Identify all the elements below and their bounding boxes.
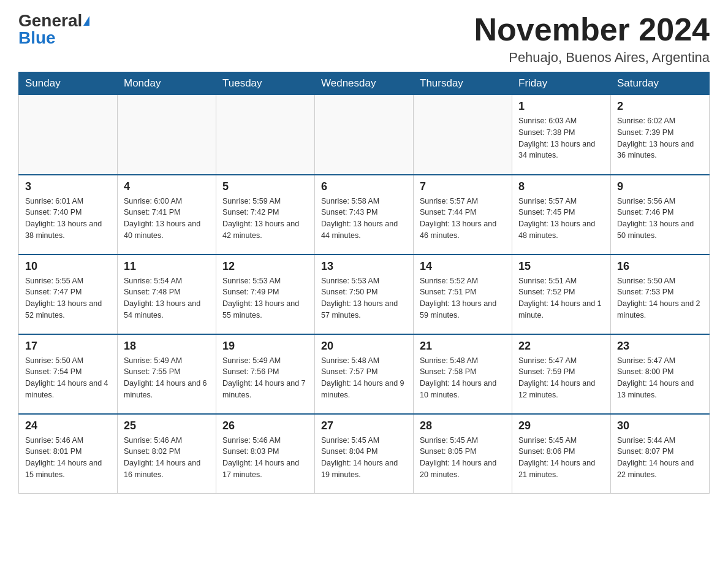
table-row: 23Sunrise: 5:47 AMSunset: 8:00 PMDayligh… [611, 334, 710, 414]
day-info: Sunrise: 5:47 AMSunset: 8:00 PMDaylight:… [617, 355, 703, 401]
day-info: Sunrise: 5:45 AMSunset: 8:06 PMDaylight:… [518, 435, 604, 481]
day-number: 5 [222, 180, 308, 193]
day-number: 23 [617, 340, 703, 353]
day-number: 29 [518, 419, 604, 432]
day-info: Sunrise: 5:52 AMSunset: 7:51 PMDaylight:… [420, 275, 506, 321]
table-row: 21Sunrise: 5:48 AMSunset: 7:58 PMDayligh… [414, 334, 512, 414]
table-row: 13Sunrise: 5:53 AMSunset: 7:50 PMDayligh… [315, 255, 414, 334]
day-number: 17 [25, 340, 111, 353]
table-row: 12Sunrise: 5:53 AMSunset: 7:49 PMDayligh… [216, 255, 315, 334]
day-number: 27 [321, 419, 407, 432]
day-number: 12 [222, 260, 308, 273]
day-info: Sunrise: 5:50 AMSunset: 7:53 PMDaylight:… [617, 275, 703, 321]
calendar-header-row: Sunday Monday Tuesday Wednesday Thursday… [19, 72, 710, 95]
table-row: 28Sunrise: 5:45 AMSunset: 8:05 PMDayligh… [414, 414, 512, 494]
day-number: 8 [518, 180, 604, 193]
day-number: 26 [222, 419, 308, 432]
day-number: 10 [25, 260, 111, 273]
table-row: 7Sunrise: 5:57 AMSunset: 7:44 PMDaylight… [414, 175, 512, 255]
day-info: Sunrise: 5:59 AMSunset: 7:42 PMDaylight:… [222, 196, 308, 242]
day-info: Sunrise: 5:50 AMSunset: 7:54 PMDaylight:… [25, 355, 111, 401]
table-row: 9Sunrise: 5:56 AMSunset: 7:46 PMDaylight… [611, 175, 710, 255]
day-number: 11 [124, 260, 210, 273]
table-row: 20Sunrise: 5:48 AMSunset: 7:57 PMDayligh… [315, 334, 414, 414]
calendar-week-row: 17Sunrise: 5:50 AMSunset: 7:54 PMDayligh… [19, 334, 710, 414]
calendar-week-row: 3Sunrise: 6:01 AMSunset: 7:40 PMDaylight… [19, 175, 710, 255]
col-tuesday: Tuesday [216, 72, 315, 95]
calendar-week-row: 24Sunrise: 5:46 AMSunset: 8:01 PMDayligh… [19, 414, 710, 494]
day-info: Sunrise: 5:57 AMSunset: 7:45 PMDaylight:… [518, 196, 604, 242]
day-info: Sunrise: 5:44 AMSunset: 8:07 PMDaylight:… [617, 435, 703, 481]
calendar-table: Sunday Monday Tuesday Wednesday Thursday… [18, 72, 710, 494]
table-row: 5Sunrise: 5:59 AMSunset: 7:42 PMDaylight… [216, 175, 315, 255]
logo-blue-text: Blue [18, 29, 56, 47]
table-row: 26Sunrise: 5:46 AMSunset: 8:03 PMDayligh… [216, 414, 315, 494]
day-number: 25 [124, 419, 210, 432]
col-monday: Monday [118, 72, 216, 95]
day-info: Sunrise: 5:47 AMSunset: 7:59 PMDaylight:… [518, 355, 604, 401]
table-row: 14Sunrise: 5:52 AMSunset: 7:51 PMDayligh… [414, 255, 512, 334]
col-thursday: Thursday [414, 72, 512, 95]
table-row: 15Sunrise: 5:51 AMSunset: 7:52 PMDayligh… [512, 255, 611, 334]
day-number: 4 [124, 180, 210, 193]
col-saturday: Saturday [611, 72, 710, 95]
logo: General Blue [18, 12, 89, 47]
day-info: Sunrise: 5:49 AMSunset: 7:55 PMDaylight:… [124, 355, 210, 401]
table-row: 10Sunrise: 5:55 AMSunset: 7:47 PMDayligh… [19, 255, 118, 334]
day-info: Sunrise: 5:55 AMSunset: 7:47 PMDaylight:… [25, 275, 111, 321]
day-number: 16 [617, 260, 703, 273]
col-sunday: Sunday [19, 72, 118, 95]
table-row: 11Sunrise: 5:54 AMSunset: 7:48 PMDayligh… [118, 255, 216, 334]
logo-triangle-icon [83, 16, 89, 26]
table-row: 3Sunrise: 6:01 AMSunset: 7:40 PMDaylight… [19, 175, 118, 255]
table-row [216, 95, 315, 175]
day-number: 1 [518, 100, 604, 113]
table-row: 29Sunrise: 5:45 AMSunset: 8:06 PMDayligh… [512, 414, 611, 494]
title-section: November 2024 Pehuajo, Buenos Aires, Arg… [474, 12, 710, 66]
day-info: Sunrise: 5:49 AMSunset: 7:56 PMDaylight:… [222, 355, 308, 401]
day-info: Sunrise: 6:03 AMSunset: 7:38 PMDaylight:… [518, 115, 604, 161]
day-info: Sunrise: 5:51 AMSunset: 7:52 PMDaylight:… [518, 275, 604, 321]
day-info: Sunrise: 5:57 AMSunset: 7:44 PMDaylight:… [420, 196, 506, 242]
table-row [315, 95, 414, 175]
table-row: 25Sunrise: 5:46 AMSunset: 8:02 PMDayligh… [118, 414, 216, 494]
day-number: 7 [420, 180, 506, 193]
logo-general-text: General [18, 12, 82, 29]
day-info: Sunrise: 6:00 AMSunset: 7:41 PMDaylight:… [124, 196, 210, 242]
location-text: Pehuajo, Buenos Aires, Argentina [474, 50, 710, 66]
day-info: Sunrise: 5:48 AMSunset: 7:58 PMDaylight:… [420, 355, 506, 401]
day-number: 6 [321, 180, 407, 193]
table-row: 18Sunrise: 5:49 AMSunset: 7:55 PMDayligh… [118, 334, 216, 414]
day-info: Sunrise: 6:01 AMSunset: 7:40 PMDaylight:… [25, 196, 111, 242]
table-row: 1Sunrise: 6:03 AMSunset: 7:38 PMDaylight… [512, 95, 611, 175]
day-info: Sunrise: 5:45 AMSunset: 8:04 PMDaylight:… [321, 435, 407, 481]
day-info: Sunrise: 6:02 AMSunset: 7:39 PMDaylight:… [617, 115, 703, 161]
day-number: 13 [321, 260, 407, 273]
table-row: 22Sunrise: 5:47 AMSunset: 7:59 PMDayligh… [512, 334, 611, 414]
calendar-week-row: 1Sunrise: 6:03 AMSunset: 7:38 PMDaylight… [19, 95, 710, 175]
day-number: 24 [25, 419, 111, 432]
page-header: General Blue November 2024 Pehuajo, Buen… [18, 12, 710, 66]
day-number: 30 [617, 419, 703, 432]
day-info: Sunrise: 5:54 AMSunset: 7:48 PMDaylight:… [124, 275, 210, 321]
table-row [414, 95, 512, 175]
table-row: 4Sunrise: 6:00 AMSunset: 7:41 PMDaylight… [118, 175, 216, 255]
table-row [118, 95, 216, 175]
day-info: Sunrise: 5:56 AMSunset: 7:46 PMDaylight:… [617, 196, 703, 242]
table-row [19, 95, 118, 175]
day-info: Sunrise: 5:48 AMSunset: 7:57 PMDaylight:… [321, 355, 407, 401]
day-number: 14 [420, 260, 506, 273]
table-row: 19Sunrise: 5:49 AMSunset: 7:56 PMDayligh… [216, 334, 315, 414]
day-info: Sunrise: 5:46 AMSunset: 8:03 PMDaylight:… [222, 435, 308, 481]
table-row: 17Sunrise: 5:50 AMSunset: 7:54 PMDayligh… [19, 334, 118, 414]
table-row: 8Sunrise: 5:57 AMSunset: 7:45 PMDaylight… [512, 175, 611, 255]
day-number: 18 [124, 340, 210, 353]
day-number: 9 [617, 180, 703, 193]
month-title: November 2024 [474, 12, 710, 47]
table-row: 2Sunrise: 6:02 AMSunset: 7:39 PMDaylight… [611, 95, 710, 175]
calendar-week-row: 10Sunrise: 5:55 AMSunset: 7:47 PMDayligh… [19, 255, 710, 334]
col-friday: Friday [512, 72, 611, 95]
col-wednesday: Wednesday [315, 72, 414, 95]
table-row: 30Sunrise: 5:44 AMSunset: 8:07 PMDayligh… [611, 414, 710, 494]
day-number: 28 [420, 419, 506, 432]
